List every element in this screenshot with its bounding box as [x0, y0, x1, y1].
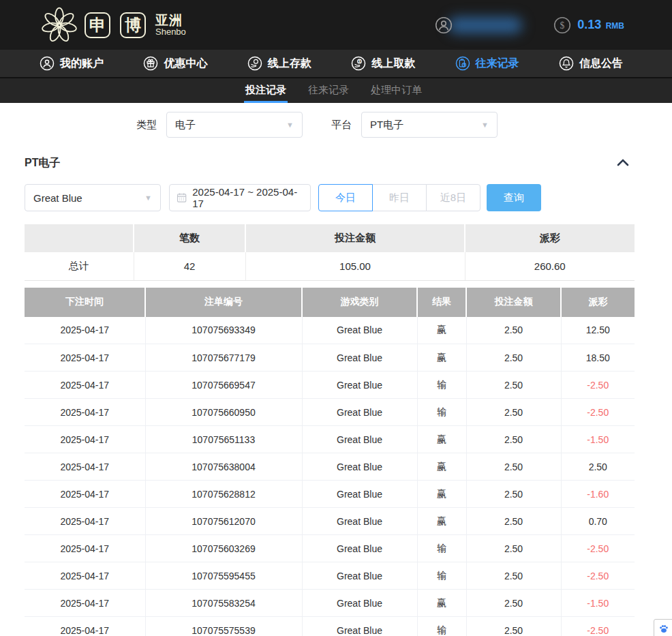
table-row: 2025-04-17 107075628812 Great Blue 赢 2.5… [25, 481, 635, 508]
cell-order-number: 107075669547 [145, 372, 302, 399]
cell-payout: -2.50 [561, 617, 635, 636]
cell-order-number: 107075651133 [145, 426, 302, 453]
game-select[interactable]: Great Blue ▼ [25, 184, 161, 211]
cell-game-type: Great Blue [302, 426, 417, 453]
cell-bet-amount: 2.50 [466, 317, 561, 344]
nav-item-announcements[interactable]: 信息公告 [559, 56, 623, 71]
bet-table-header-row: 下注时间 注单编号 游戏类别 结果 投注金额 派彩 [25, 288, 635, 317]
summary-payout-total-value: 260.60 [465, 252, 635, 280]
balance-amount: 0.13 [577, 18, 601, 31]
table-row: 2025-04-17 107075660950 Great Blue 输 2.5… [25, 399, 635, 426]
header-game-type: 游戏类别 [302, 288, 417, 317]
cell-bet-time: 2025-04-17 [25, 399, 145, 426]
platform-select-value: PT电子 [370, 119, 403, 132]
cell-payout: -1.50 [561, 590, 635, 617]
query-button[interactable]: 查询 [487, 184, 541, 211]
site-logo[interactable]: 申 博 亚洲 Shenbo [40, 5, 186, 45]
nav-label: 线上取款 [371, 57, 415, 71]
cell-order-number: 107075575539 [145, 617, 302, 636]
nav-item-withdraw[interactable]: $ 线上取款 [351, 56, 415, 71]
section-title: PT电子 [25, 156, 60, 170]
summary-row: 总计 42 105.00 260.60 [25, 252, 635, 280]
cell-game-type: Great Blue [302, 399, 417, 426]
header-order-number: 注单编号 [145, 288, 302, 317]
logo-char-bo: 博 [120, 12, 146, 38]
summary-count-value: 42 [134, 252, 245, 280]
paw-widget[interactable] [654, 619, 672, 636]
platform-select[interactable]: PT电子 ▼ [361, 112, 498, 138]
nav-item-promotions[interactable]: 优惠中心 [143, 56, 207, 71]
flower-logo-icon [40, 5, 79, 45]
chevron-down-icon: ▼ [144, 194, 152, 202]
today-button[interactable]: 今日 [318, 184, 373, 211]
cell-bet-amount: 2.50 [466, 453, 561, 481]
cell-result: 赢 [417, 344, 466, 372]
username-chip[interactable] [435, 13, 522, 37]
cell-bet-time: 2025-04-17 [25, 453, 145, 481]
chevron-up-icon[interactable] [615, 155, 630, 170]
account-icon [40, 56, 55, 71]
cell-result: 输 [417, 617, 466, 636]
balance-currency: RMB [606, 21, 624, 31]
svg-text:$: $ [560, 20, 565, 30]
cell-result: 输 [417, 399, 466, 426]
balance-display[interactable]: $ 0.13 RMB [553, 16, 624, 34]
cell-game-type: Great Blue [302, 590, 417, 617]
table-row: 2025-04-17 107075669547 Great Blue 输 2.5… [25, 372, 635, 399]
tab-bet-records[interactable]: 投注记录 [245, 84, 286, 103]
summary-table: 笔数 投注金额 派彩 总计 42 105.00 260.60 [25, 224, 635, 281]
cell-order-number: 107075583254 [145, 590, 302, 617]
sub-tabbar: 投注记录 往来记录 处理中订单 [0, 78, 672, 103]
header-bet-amount: 投注金额 [466, 288, 561, 317]
chevron-down-icon: ▼ [286, 121, 294, 129]
cell-order-number: 107075612070 [145, 508, 302, 535]
summary-header-payout: 派彩 [465, 224, 635, 252]
cell-game-type: Great Blue [302, 617, 417, 636]
cell-order-number: 107075595455 [145, 562, 302, 590]
table-row: 2025-04-17 107075583254 Great Blue 赢 2.5… [25, 590, 635, 617]
cell-payout: -1.60 [561, 481, 635, 508]
nav-item-records[interactable]: 往来记录 [455, 56, 519, 71]
cell-result: 赢 [417, 453, 466, 481]
table-row: 2025-04-17 107075693349 Great Blue 赢 2.5… [25, 317, 635, 344]
cell-payout: -2.50 [561, 535, 635, 562]
tab-pending-orders[interactable]: 处理中订单 [371, 84, 422, 103]
cell-game-type: Great Blue [302, 372, 417, 399]
cell-result: 赢 [417, 481, 466, 508]
type-select[interactable]: 电子 ▼ [166, 112, 303, 138]
summary-total-label: 总计 [25, 252, 134, 280]
yesterday-button[interactable]: 昨日 [372, 184, 427, 211]
date-range-input[interactable]: 2025-04-17 ~ 2025-04-17 [169, 184, 311, 211]
cell-bet-amount: 2.50 [466, 399, 561, 426]
header-payout: 派彩 [561, 288, 635, 317]
cell-result: 输 [417, 535, 466, 562]
cell-bet-amount: 2.50 [466, 344, 561, 372]
calendar-icon [177, 192, 187, 203]
nav-label: 往来记录 [476, 57, 519, 71]
cell-bet-time: 2025-04-17 [25, 426, 145, 453]
tab-transaction-records[interactable]: 往来记录 [308, 84, 349, 103]
cell-payout: 12.50 [561, 317, 635, 344]
type-select-value: 电子 [175, 119, 196, 132]
last-8-days-button[interactable]: 近8日 [426, 184, 480, 211]
user-icon [435, 16, 453, 34]
header-result: 结果 [417, 288, 466, 317]
cell-order-number: 107075693349 [145, 317, 302, 344]
nav-item-my-account[interactable]: 我的账户 [40, 56, 104, 71]
nav-item-deposit[interactable]: 线上存款 [247, 56, 311, 71]
table-row: 2025-04-17 107075677179 Great Blue 赢 2.5… [25, 344, 635, 372]
section-header: PT电子 [25, 155, 635, 170]
table-row: 2025-04-17 107075595455 Great Blue 输 2.5… [25, 562, 635, 590]
logo-char-shen: 申 [85, 12, 110, 38]
filter-row: 类型 电子 ▼ 平台 PT电子 ▼ [136, 112, 635, 138]
cell-bet-amount: 2.50 [466, 562, 561, 590]
cell-game-type: Great Blue [302, 344, 417, 372]
cell-bet-amount: 2.50 [466, 617, 561, 636]
summary-header-bet-amount: 投注金额 [245, 224, 465, 252]
type-filter-label: 类型 [136, 119, 157, 132]
cell-game-type: Great Blue [302, 535, 417, 562]
table-row: 2025-04-17 107075651133 Great Blue 赢 2.5… [25, 426, 635, 453]
summary-header-count: 笔数 [134, 224, 245, 252]
cell-order-number: 107075638004 [145, 453, 302, 481]
cell-game-type: Great Blue [302, 562, 417, 590]
